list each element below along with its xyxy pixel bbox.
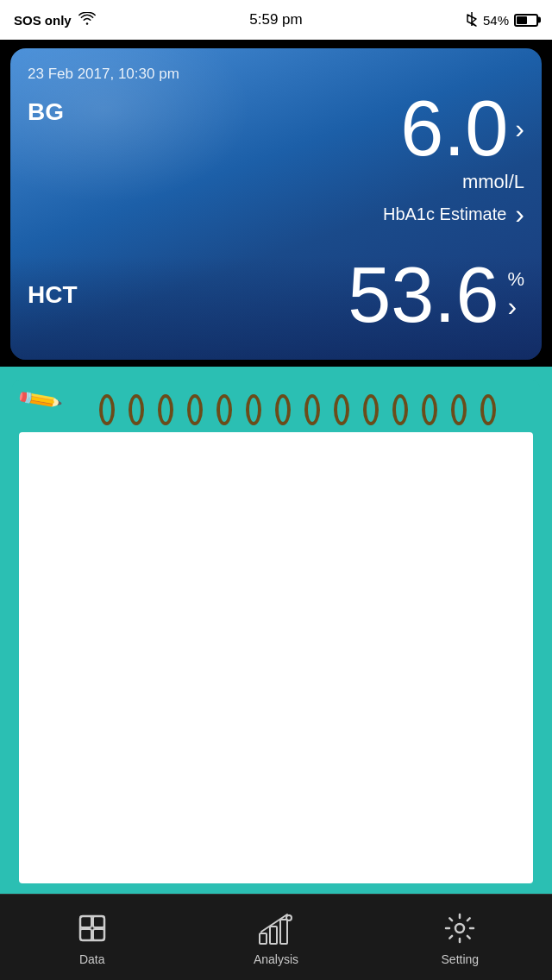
spiral-rings-row [12, 387, 540, 425]
spiral-ring [216, 394, 232, 425]
spiral-ring [392, 394, 408, 425]
bg-card: 23 Feb 2017, 10:30 pm BG 6.0 › mmol/L Hb… [10, 48, 542, 360]
notepad-paper[interactable] [19, 432, 533, 883]
svg-rect-2 [80, 929, 91, 940]
bg-value-row: 6.0 › [400, 90, 524, 167]
spiral-ring [363, 394, 379, 425]
svg-rect-5 [260, 933, 267, 944]
wifi-icon [78, 12, 96, 28]
spiral-ring [129, 394, 144, 425]
date-label: 23 Feb 2017, 10:30 pm [28, 66, 524, 83]
bg-row: BG 6.0 › mmol/L [28, 90, 524, 193]
hba1c-label: HbA1c Estimate [383, 204, 506, 224]
bottom-nav: Data Analysis [0, 894, 552, 980]
notepad-section: ✏️ [0, 367, 552, 894]
hct-section: HCT 53.6 % › [28, 256, 524, 334]
bg-chevron-icon[interactable]: › [515, 113, 524, 145]
sos-label: SOS only [14, 13, 72, 28]
tab-data-label: Data [79, 952, 105, 966]
svg-rect-6 [270, 927, 277, 944]
hct-percent-chev: % › [507, 268, 524, 323]
spiral-ring [99, 394, 115, 425]
svg-rect-4 [93, 929, 104, 940]
bg-unit: mmol/L [462, 171, 524, 193]
svg-rect-1 [80, 916, 91, 927]
bluetooth-icon [466, 10, 478, 30]
status-right: 54% [466, 10, 538, 30]
svg-rect-3 [93, 916, 104, 927]
hct-right: 53.6 % › [348, 256, 524, 334]
spiral-ring [246, 394, 261, 425]
svg-point-9 [455, 924, 464, 933]
spiral-ring [304, 394, 320, 425]
tab-analysis-label: Analysis [254, 952, 298, 966]
spiral-ring [451, 394, 467, 425]
spiral-ring [275, 394, 291, 425]
data-icon [73, 909, 111, 947]
bg-label: BG [28, 98, 64, 126]
hba1c-row: HbA1c Estimate › [28, 198, 524, 230]
hct-value: 53.6 [348, 256, 499, 334]
spiral-ring [187, 394, 203, 425]
tab-analysis[interactable]: Analysis [184, 909, 367, 966]
battery-fill [517, 16, 527, 24]
spiral-ring [158, 394, 173, 425]
notepad-inner: ✏️ [12, 380, 540, 882]
svg-point-8 [286, 915, 292, 920]
main-content: 23 Feb 2017, 10:30 pm BG 6.0 › mmol/L Hb… [0, 40, 552, 980]
hct-unit: % [507, 268, 524, 291]
spiral-header: ✏️ [12, 380, 540, 432]
setting-icon [441, 909, 479, 947]
tab-setting-label: Setting [442, 952, 480, 966]
tab-data[interactable]: Data [0, 909, 184, 966]
time-display: 5:59 pm [249, 11, 302, 28]
bg-value-section: 6.0 › mmol/L [400, 90, 524, 193]
bg-value: 6.0 [400, 90, 508, 167]
hba1c-chevron-icon[interactable]: › [515, 198, 524, 230]
hct-label: HCT [28, 281, 78, 309]
analysis-icon [257, 909, 295, 947]
status-left: SOS only [14, 12, 96, 28]
battery-icon [514, 14, 538, 27]
spiral-ring [422, 394, 437, 425]
svg-rect-7 [280, 920, 287, 944]
battery-percent: 54% [483, 13, 509, 28]
spiral-ring [334, 394, 349, 425]
hct-chevron-icon[interactable]: › [507, 291, 517, 323]
tab-setting[interactable]: Setting [368, 909, 552, 966]
status-bar: SOS only 5:59 pm 54% [0, 0, 552, 40]
spiral-ring [480, 394, 496, 425]
